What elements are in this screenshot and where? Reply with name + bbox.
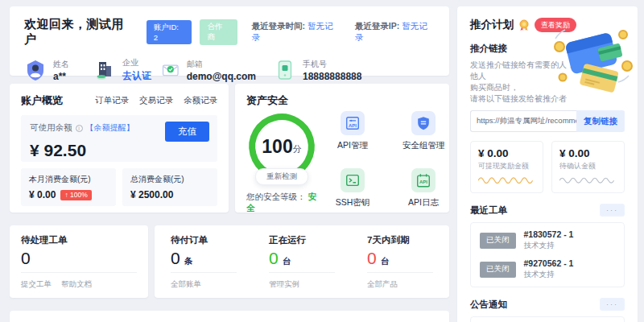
profile-phone: 手机号 18888888888 <box>274 59 361 82</box>
ticket-number: #9270562 - 1 <box>524 258 574 268</box>
divider <box>21 272 137 273</box>
recharge-button[interactable]: 充值 <box>165 122 209 142</box>
tab-transaction-records[interactable]: 交易记录 <box>139 95 173 106</box>
security-score: 100 <box>262 136 292 158</box>
referral-title: 推介计划 <box>470 18 514 32</box>
tab-order-records[interactable]: 订单记录 <box>95 95 129 106</box>
recent-tickets-title: 最近工单 <box>470 204 507 217</box>
running-count: 0 <box>269 249 279 268</box>
name-value: a** <box>53 71 69 82</box>
profile-name: 姓名 a** <box>24 59 93 82</box>
pending-amount-box: ¥ 0.00 待确认金额 <box>551 141 625 193</box>
tab-balance-records[interactable]: 余额记录 <box>184 95 217 106</box>
asset-security-card: 资产安全 100 分 重新检测 <box>235 84 449 213</box>
ticket-status-badge: 已关闭 <box>480 262 516 278</box>
referral-sidebar: 推介计划 查看奖励 <box>457 6 638 322</box>
pending-amount-label: 待确认金额 <box>559 161 617 171</box>
partner-badge: 合作商 <box>200 19 237 45</box>
expiring-stat: 7天内到期 0 台 全部产品 <box>351 234 449 289</box>
phone-label: 手机号 <box>303 59 361 70</box>
verify-link[interactable]: 去认证 <box>122 69 151 83</box>
shortcut-api-manage[interactable]: API API管理 <box>337 111 368 158</box>
ticket-row[interactable]: 已关闭 #9270562 - 1 技术支持 <box>480 258 615 280</box>
last-login-ip: 最近登录IP:暂无记录 <box>355 21 435 43</box>
announcements-box: 10-17 香港云服务器调整迁移通知 新闻公告 › 10-11 云服务器网络调整… <box>470 316 625 322</box>
company-label: 企业 <box>122 57 151 68</box>
ssh-key-icon <box>341 168 365 192</box>
copy-link-button[interactable]: 复制链接 <box>576 110 625 132</box>
all-bills-link[interactable]: 全部账单 <box>171 279 201 290</box>
pending-amount: ¥ 0.00 <box>559 147 617 159</box>
total-spend-label: 总消费金额(元) <box>130 174 209 185</box>
asset-security-title: 资产安全 <box>246 93 288 108</box>
profile-company: 企业 去认证 <box>93 57 161 83</box>
balance-panel: 可使用余额 i 【余额提醒】 充值 ¥ 92.50 <box>21 115 217 162</box>
recent-tickets-box: 已关闭 #1830572 - 1 技术支持 已关闭 #9270562 - 1 技… <box>470 222 625 287</box>
svg-text:API: API <box>419 180 427 184</box>
account-overview-title: 账户概览 <box>21 93 63 108</box>
month-spend-trend-badge: ↑ 100% <box>60 190 91 200</box>
profile-email: 邮箱 demo@qq.com <box>161 59 256 82</box>
pending-tickets-card: 待处理工单 0 提交工单 帮助文档 <box>10 225 148 298</box>
shortcut-security-group[interactable]: 安全组管理 <box>402 111 445 158</box>
manage-instances-link[interactable]: 管理实例 <box>269 279 299 290</box>
avatar-icon <box>24 59 47 81</box>
welcome-text: 欢迎回来，测试用户 <box>24 17 135 47</box>
product-list-card: 产品列表 <box>10 311 449 322</box>
announcements-more-button[interactable]: ··· <box>600 298 625 311</box>
month-spend-label: 本月消费金额(元) <box>29 174 108 185</box>
security-shortcuts: API API管理 安全 <box>317 111 449 213</box>
security-level-label: 您的安全等级： <box>246 192 306 201</box>
wallet-illustration <box>552 26 633 98</box>
month-spend-value: ¥ 0.00 <box>29 189 56 200</box>
recent-tickets-more-button[interactable]: ··· <box>600 204 625 217</box>
api-manage-icon: API <box>341 111 365 135</box>
info-icon: i <box>76 125 83 132</box>
account-id-badge: 账户ID: 2 <box>147 20 192 44</box>
help-docs-link[interactable]: 帮助文档 <box>61 279 92 290</box>
welcome-card: 欢迎回来，测试用户 账户ID: 2 合作商 最近登录时间:暂无记录 最近登录IP… <box>10 6 449 76</box>
building-icon <box>93 59 116 81</box>
security-group-icon <box>411 111 436 135</box>
main-column: 欢迎回来，测试用户 账户ID: 2 合作商 最近登录时间:暂无记录 最近登录IP… <box>10 6 449 322</box>
summary-stats-card: 待付订单 0 条 全部账单 正在运行 0 台 管理实例 <box>155 225 449 298</box>
last-login-time: 最近登录时间:暂无记录 <box>252 21 341 43</box>
envelope-icon <box>161 59 180 81</box>
unpaid-orders-count: 0 <box>171 249 180 268</box>
balance-amount: ¥ 92.50 <box>30 141 208 160</box>
referral-url-input[interactable]: https://帅温专属网址/recommend/HtICS… <box>470 110 576 132</box>
withdrawable-label: 可提现奖励金额 <box>478 161 535 171</box>
withdrawable-reward-box: ¥ 0.00 可提现奖励金额 <box>470 141 543 193</box>
ticket-status-badge: 已关闭 <box>480 233 516 249</box>
ticket-row[interactable]: 已关闭 #1830572 - 1 技术支持 <box>480 229 615 251</box>
shortcut-ssh-key[interactable]: SSH密钥 <box>336 168 370 213</box>
record-tabs: 订单记录 交易记录 余额记录 <box>95 95 217 106</box>
pending-sparkline <box>559 173 617 185</box>
last-login-time-label: 最近登录时间: <box>252 21 306 31</box>
ticket-number: #1830572 - 1 <box>524 229 574 239</box>
unpaid-orders-stat: 待付订单 0 条 全部账单 <box>155 234 253 289</box>
phone-icon <box>274 59 296 81</box>
phone-value: 18888888888 <box>303 71 361 82</box>
submit-ticket-link[interactable]: 提交工单 <box>21 279 52 290</box>
shortcut-api-log[interactable]: API API日志 <box>408 168 439 213</box>
announcements-title: 公告通知 <box>470 299 507 311</box>
all-products-link[interactable]: 全部产品 <box>367 279 398 290</box>
month-spend-box: 本月消费金额(元) ¥ 0.00 ↑ 100% <box>21 168 116 206</box>
recheck-button[interactable]: 重新检测 <box>255 168 308 185</box>
console-dashboard: 欢迎回来，测试用户 账户ID: 2 合作商 最近登录时间:暂无记录 最近登录IP… <box>0 0 644 322</box>
total-spend-box: 总消费金额(元) ¥ 2500.00 <box>122 168 217 206</box>
security-score-unit: 分 <box>293 143 302 155</box>
running-instances-stat: 正在运行 0 台 管理实例 <box>253 234 351 289</box>
security-score-gauge: 100 分 重新检测 <box>246 111 317 182</box>
pending-tickets-count: 0 <box>21 249 137 268</box>
ticket-type: 技术支持 <box>524 270 574 280</box>
balance-reminder-link[interactable]: 【余额提醒】 <box>86 122 134 134</box>
balance-label: 可使用余额 <box>30 122 72 134</box>
withdrawable-amount: ¥ 0.00 <box>478 147 535 159</box>
divider <box>367 272 433 273</box>
email-value: demo@qq.com <box>187 71 256 82</box>
reward-sparkline <box>478 173 535 185</box>
pending-tickets-label: 待处理工单 <box>21 234 137 246</box>
account-overview-card: 账户概览 订单记录 交易记录 余额记录 可使用余额 i 【余额提醒】 充值 ¥ … <box>10 84 229 213</box>
